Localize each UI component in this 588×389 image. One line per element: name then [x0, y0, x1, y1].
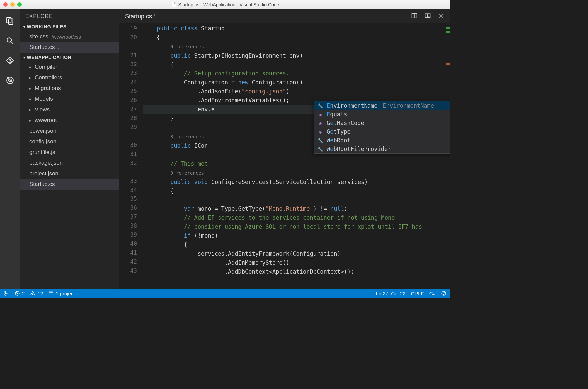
suggest-item[interactable]: 🔧 WebRootFileProvider: [314, 145, 450, 153]
explorer-icon[interactable]: [5, 15, 15, 26]
file-package-json[interactable]: package.json: [20, 158, 119, 168]
suggest-widget[interactable]: 🔧 EnvironmentName EnvironmentName ◉ Equa…: [314, 101, 450, 154]
ruler-added-marker: [446, 27, 450, 29]
status-errors[interactable]: 2: [15, 291, 25, 296]
overview-ruler[interactable]: [445, 23, 450, 289]
suggest-item[interactable]: 🔧 EnvironmentName EnvironmentName: [314, 101, 450, 110]
method-icon: ◉: [317, 120, 323, 126]
file-project-json[interactable]: project.json: [20, 168, 119, 179]
svg-point-20: [5, 291, 6, 293]
file-icon: [172, 2, 176, 7]
editor-tabs: Startup.cs/: [119, 9, 450, 23]
working-file-startup-cs[interactable]: Startup.cs /: [20, 42, 119, 53]
file-config-json[interactable]: config.json: [20, 136, 119, 147]
codelens-references[interactable]: 3 references: [170, 134, 204, 139]
svg-point-30: [443, 293, 443, 293]
file-startup-cs[interactable]: Startup.cs: [20, 179, 119, 190]
ruler-error-marker: [446, 63, 450, 65]
svg-point-4: [9, 59, 11, 60]
status-warnings[interactable]: 12: [30, 291, 43, 296]
svg-point-31: [444, 293, 444, 293]
chevron-right-icon: ▸: [29, 86, 33, 91]
git-icon[interactable]: [5, 55, 15, 66]
method-icon: ◉: [317, 111, 323, 117]
status-language[interactable]: C#: [429, 291, 436, 296]
chevron-right-icon: ▸: [29, 65, 33, 69]
titlebar: Startup.cs - WebApplication - Visual Stu…: [0, 0, 450, 9]
svg-line-3: [11, 42, 13, 44]
file-bower-json[interactable]: bower.json: [20, 126, 119, 136]
svg-rect-15: [425, 14, 428, 18]
ruler-added-marker: [446, 31, 450, 33]
folder-compiler[interactable]: ▸Compiler: [20, 62, 119, 72]
status-git[interactable]: [4, 291, 9, 296]
compare-icon[interactable]: [424, 12, 431, 20]
svg-point-29: [442, 291, 446, 295]
property-icon: 🔧: [317, 103, 323, 109]
explorer-title: EXPLORE: [20, 9, 119, 22]
property-icon: 🔧: [317, 137, 323, 143]
suggest-item[interactable]: 🔧 WebRoot: [314, 136, 450, 145]
property-icon: 🔧: [317, 146, 323, 152]
svg-line-9: [7, 77, 13, 83]
chevron-down-icon: ▾: [23, 25, 26, 29]
svg-point-5: [9, 61, 11, 63]
split-editor-icon[interactable]: [411, 12, 418, 20]
svg-rect-1: [9, 19, 13, 24]
status-eol[interactable]: CRLF: [411, 291, 424, 296]
window-controls: [3, 2, 22, 7]
method-icon: ◉: [317, 129, 323, 135]
maximize-window-button[interactable]: [17, 2, 22, 7]
svg-point-26: [33, 294, 33, 295]
status-project[interactable]: 1 project: [48, 291, 75, 296]
folder-models[interactable]: ▸Models: [20, 94, 119, 104]
chevron-right-icon: ▸: [29, 97, 33, 101]
svg-rect-27: [49, 292, 53, 295]
chevron-right-icon: ▸: [29, 118, 33, 123]
suggest-item[interactable]: ◉ Equals: [314, 110, 450, 119]
working-file-site-css[interactable]: site.css /wwwroot/css: [20, 31, 119, 42]
svg-point-2: [7, 38, 11, 42]
folder-controllers[interactable]: ▸Controllers: [20, 72, 119, 83]
chevron-right-icon: ▸: [29, 76, 33, 80]
editor-group: Startup.cs/ 1920212223242526272829303132…: [119, 9, 450, 289]
search-icon[interactable]: [5, 35, 15, 46]
sidebar: EXPLORE ▾ WORKING FILES site.css /wwwroo…: [20, 9, 119, 289]
working-files-heading[interactable]: ▾ WORKING FILES: [20, 22, 119, 31]
codelens-references[interactable]: 0 references: [170, 44, 204, 49]
folder-migrations[interactable]: ▸Migrations: [20, 83, 119, 94]
debug-icon[interactable]: [5, 75, 15, 86]
line-gutter: 1920212223242526272829303132333435363738…: [119, 23, 143, 289]
chevron-right-icon: ▸: [29, 108, 33, 112]
suggest-item[interactable]: ◉ GetType: [314, 127, 450, 136]
editor[interactable]: 1920212223242526272829303132333435363738…: [119, 23, 450, 289]
activity-bar: [0, 9, 20, 289]
close-window-button[interactable]: [3, 2, 8, 7]
project-heading[interactable]: ▾ WEBAPPLICATION: [20, 53, 119, 62]
codelens-references[interactable]: 0 references: [170, 170, 204, 176]
file-gruntfile-js[interactable]: gruntfile.js: [20, 147, 119, 158]
folder-wwwroot[interactable]: ▸wwwroot: [20, 115, 119, 126]
folder-views[interactable]: ▸Views: [20, 104, 119, 115]
tab-startup-cs[interactable]: Startup.cs/: [125, 13, 155, 20]
close-tab-icon[interactable]: [438, 12, 444, 20]
svg-point-21: [5, 294, 6, 295]
feedback-icon[interactable]: [441, 291, 446, 296]
window-title: Startup.cs - WebApplication - Visual Stu…: [178, 2, 279, 7]
status-cursor-position[interactable]: Ln 27, Col 22: [376, 291, 405, 296]
status-bar: 2 12 1 project Ln 27, Col 22 CRLF C#: [0, 289, 450, 298]
code-area[interactable]: public class Startup { 0 references publ…: [143, 23, 445, 289]
suggest-item[interactable]: ◉ GetHashCode: [314, 119, 450, 127]
minimize-window-button[interactable]: [10, 2, 15, 7]
chevron-down-icon: ▾: [23, 55, 26, 60]
